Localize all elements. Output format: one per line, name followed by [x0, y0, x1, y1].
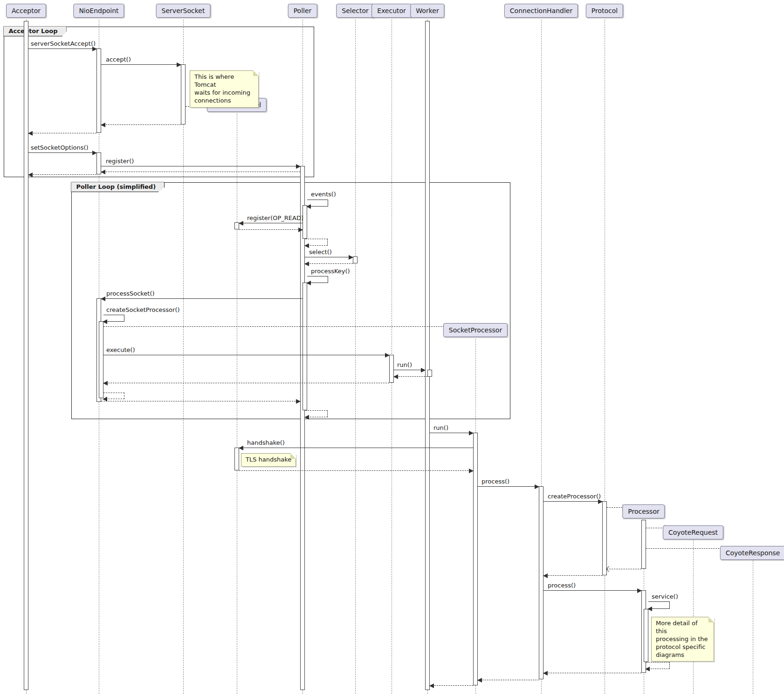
arrow-serversocketaccept — [28, 48, 96, 49]
lifeline-coyoteresponse — [753, 560, 753, 694]
participant-coyoteresponse: CoyoteResponse — [720, 546, 784, 560]
activation-processor-service — [644, 609, 648, 662]
arrow-return-process-processor — [543, 673, 641, 673]
message-label-process-processor: process() — [548, 582, 576, 589]
arrowhead-icon — [647, 607, 652, 611]
arrowhead-icon — [101, 170, 105, 174]
message-label-select: select() — [309, 248, 332, 255]
arrowhead-icon — [304, 262, 309, 266]
arrow-events-selfcall — [307, 200, 328, 207]
arrowhead-icon — [101, 297, 105, 301]
arrowhead-icon — [92, 47, 97, 51]
activation-processor-1 — [641, 520, 646, 569]
arrowhead-icon — [535, 484, 539, 489]
activation-nioendpoint-1 — [96, 48, 101, 133]
arrowhead-icon — [385, 353, 390, 358]
participant-selector: Selector — [336, 4, 374, 18]
arrowhead-icon — [304, 415, 309, 420]
activation-poller-events — [303, 205, 307, 239]
activation-nioendpoint-3-nested — [99, 321, 103, 398]
message-label-createsocketprocessor: createSocketProcessor() — [106, 306, 180, 313]
frame-poller-loop-label: Poller Loop (simplified) — [71, 182, 165, 192]
arrowhead-icon — [598, 499, 603, 504]
participant-nioendpoint: NioEndpoint — [73, 4, 124, 18]
open-arrowhead-icon — [606, 566, 612, 572]
arrow-service-selfreturn — [646, 662, 670, 669]
message-label-run-socketprocessor: run() — [433, 424, 448, 431]
arrowhead-icon — [469, 469, 474, 473]
arrow-return-register — [101, 172, 300, 172]
arrowhead-icon — [306, 281, 311, 285]
arrowhead-icon — [393, 374, 398, 379]
message-label-run-worker: run() — [397, 361, 412, 368]
activation-socketprocessor — [473, 433, 478, 685]
participant-processor: Processor — [622, 504, 665, 518]
participant-coyoterequest: CoyoteRequest — [663, 525, 723, 539]
arrow-execute — [103, 355, 389, 355]
participant-poller: Poller — [288, 4, 317, 18]
message-label-accept: accept() — [106, 56, 131, 63]
arrowhead-icon — [477, 678, 482, 683]
arrow-accept — [101, 64, 181, 65]
arrowhead-icon — [645, 667, 650, 671]
arrow-return-createprocessor — [543, 575, 602, 576]
arrow-return-select — [305, 263, 353, 264]
message-label-processsocket: processSocket() — [106, 290, 155, 297]
arrowhead-icon — [421, 368, 426, 373]
arrow-setsocketoptions — [28, 152, 96, 153]
arrow-run-worker — [394, 370, 425, 370]
participant-executor: Executor — [371, 4, 412, 18]
activation-serversocket — [181, 64, 186, 124]
activation-acceptor — [24, 21, 28, 690]
arrow-events-selfreturn — [305, 239, 328, 246]
arrow-createprocessor — [543, 501, 602, 502]
arrow-return-processor-protocol — [607, 569, 641, 569]
arrowhead-icon — [469, 431, 474, 435]
message-label-serversocketaccept: serverSocketAccept() — [31, 40, 96, 47]
activation-worker-run — [427, 370, 432, 377]
message-label-process-connectionhandler: process() — [481, 478, 509, 485]
arrowhead-icon — [637, 588, 642, 593]
note-tomcat-waits: This is where Tomcat waits for incoming … — [190, 70, 259, 108]
arrowhead-icon — [543, 671, 548, 676]
message-label-register: register() — [106, 158, 134, 165]
arrow-create-socketprocessor — [103, 326, 447, 327]
arrowhead-icon — [296, 399, 301, 404]
participant-acceptor: Acceptor — [6, 4, 46, 18]
participant-connectionhandler: ConnectionHandler — [504, 4, 578, 18]
arrow-return-process-connectionhandler — [478, 680, 539, 680]
arrow-register-opread — [239, 223, 303, 223]
sequence-diagram: Acceptor Loop Poller Loop (simplified) A… — [0, 0, 784, 697]
arrow-handshake — [239, 448, 473, 448]
arrow-return-setsocketoptions — [28, 174, 96, 175]
arrowhead-icon — [298, 228, 303, 232]
participant-worker: Worker — [410, 4, 444, 18]
arrowhead-icon — [92, 151, 97, 155]
arrowhead-icon — [101, 123, 105, 127]
message-label-createprocessor: createProcessor() — [548, 493, 601, 500]
activation-connectionhandler — [539, 486, 543, 679]
arrow-process-connectionhandler — [478, 486, 539, 487]
arrow-return-serversocketaccept — [28, 133, 96, 133]
arrow-processkey-selfreturn — [305, 410, 328, 417]
participant-serversocket: ServerSocket — [156, 4, 211, 18]
activation-worker — [425, 21, 430, 690]
arrow-process-processor — [543, 590, 641, 591]
message-label-events: events() — [311, 191, 336, 198]
arrowhead-icon — [349, 255, 353, 260]
arrow-return-register-opread — [239, 229, 303, 230]
message-label-execute: execute() — [106, 346, 135, 353]
arrowhead-icon — [296, 164, 301, 169]
arrow-processkey-selfcall — [307, 276, 328, 283]
arrowhead-icon — [543, 573, 548, 578]
activation-selector — [353, 256, 358, 263]
activation-poller-processkey — [303, 283, 307, 410]
arrow-return-handshake — [239, 470, 473, 471]
arrowhead-icon — [306, 204, 311, 209]
participant-protocol: Protocol — [586, 4, 623, 18]
arrowhead-icon — [177, 62, 181, 67]
arrowhead-icon — [429, 683, 434, 688]
arrow-return-execute — [103, 383, 389, 383]
frame-acceptor-loop: Acceptor Loop — [4, 27, 314, 177]
arrow-createsocketprocessor-selfreturn — [103, 393, 124, 399]
